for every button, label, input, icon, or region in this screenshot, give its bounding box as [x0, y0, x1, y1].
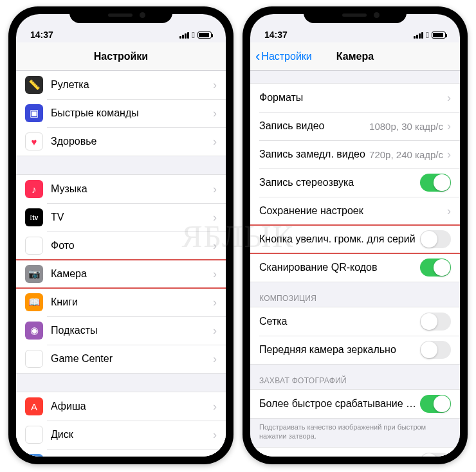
- toggle-switch[interactable]: [420, 230, 451, 248]
- app-icon: А: [25, 397, 43, 415]
- chevron-right-icon: ›: [213, 457, 217, 457]
- nav-title: Камера: [336, 51, 374, 62]
- row-label: Сканирование QR-кодов: [259, 262, 420, 273]
- chevron-right-icon: ›: [213, 428, 217, 442]
- status-time: 14:37: [30, 30, 53, 40]
- toggle-switch[interactable]: [420, 395, 451, 413]
- toggle-switch[interactable]: [420, 341, 451, 359]
- app-icon: ✿: [25, 237, 43, 255]
- row-label: Подкасты: [51, 325, 209, 336]
- settings-row[interactable]: Запись стереозвука: [250, 168, 460, 197]
- toggle-switch[interactable]: [420, 259, 451, 277]
- status-time: 14:37: [264, 30, 288, 40]
- settings-row[interactable]: ◐Диск›: [16, 421, 226, 449]
- toggle-switch[interactable]: [420, 313, 451, 331]
- settings-row[interactable]: ААфиша›: [16, 392, 226, 421]
- row-label: Быстрые команды: [51, 107, 209, 119]
- row-label: Смарт-HDR: [259, 456, 420, 457]
- phone-left: 14:37 􀙇 Настройки 📏Рулетка›▣Быстрые кома…: [8, 6, 233, 464]
- app-icon: ▣: [25, 104, 43, 122]
- row-label: Game Center: [51, 353, 209, 365]
- settings-row[interactable]: Более быстрое срабатывание затвора: [250, 390, 460, 418]
- chevron-right-icon: ›: [213, 268, 217, 281]
- settings-row[interactable]: ◉Подкасты›: [16, 316, 226, 345]
- row-label: Книги: [51, 296, 209, 308]
- row-label: Камера: [51, 268, 209, 280]
- battery-icon: [432, 32, 446, 39]
- chevron-right-icon: ›: [213, 183, 217, 196]
- app-icon: ♪: [25, 180, 43, 198]
- app-icon: ◐: [25, 426, 43, 444]
- row-label: Сетка: [259, 316, 420, 327]
- row-detail: 1080p, 30 кадр/с: [369, 121, 443, 132]
- back-label: Настройки: [261, 51, 311, 62]
- phone-right: 14:37 􀙇 ‹ Настройки Камера Форматы›Запис…: [243, 6, 468, 464]
- settings-list[interactable]: 📏Рулетка›▣Быстрые команды›♥Здоровье› ♪Му…: [16, 71, 226, 457]
- settings-row[interactable]: ▣Быстрые команды›: [16, 99, 226, 127]
- row-label: Запись стереозвука: [259, 177, 420, 188]
- app-icon: 📖: [25, 293, 43, 311]
- row-label: Запись замедл. видео: [259, 149, 369, 160]
- app-icon: 📏: [25, 76, 43, 94]
- settings-row[interactable]: ♪Музыка›: [16, 175, 226, 203]
- settings-row[interactable]: Форматы›: [250, 84, 460, 112]
- settings-row[interactable]: 􀎲tvTV›: [16, 203, 226, 231]
- chevron-right-icon: ›: [213, 400, 217, 413]
- settings-row[interactable]: Запись видео1080p, 30 кадр/с›: [250, 112, 460, 140]
- section-header-capture: Захват фотографий: [250, 364, 460, 390]
- chevron-right-icon: ›: [447, 120, 451, 133]
- navbar: ‹ Настройки Камера: [250, 42, 460, 71]
- row-detail: 720p, 240 кадр/с: [369, 149, 443, 160]
- wifi-icon: 􀙇: [192, 30, 195, 40]
- chevron-right-icon: ›: [447, 148, 451, 161]
- settings-row[interactable]: 📖Книги›: [16, 288, 226, 316]
- app-icon: 📷: [25, 265, 43, 283]
- settings-row[interactable]: Запись замедл. видео720p, 240 кадр/с›: [250, 140, 460, 168]
- camera-settings-list[interactable]: Форматы›Запись видео1080p, 30 кадр/с›Зап…: [250, 71, 460, 457]
- chevron-right-icon: ›: [213, 239, 217, 253]
- notch: [69, 6, 172, 23]
- toggle-switch[interactable]: [420, 174, 451, 192]
- row-label: Афиша: [51, 401, 209, 412]
- row-label: Рулетка: [51, 79, 209, 91]
- row-label: TV: [51, 212, 209, 223]
- chevron-right-icon: ›: [213, 135, 217, 149]
- app-icon: 􀎲tv: [25, 208, 43, 226]
- settings-row[interactable]: ЗЗнание - сила›: [16, 449, 226, 457]
- chevron-right-icon: ›: [213, 352, 217, 366]
- row-label: Здоровье: [51, 136, 209, 147]
- signal-icon: [179, 32, 189, 39]
- settings-row[interactable]: Сохранение настроек›: [250, 197, 460, 225]
- row-label: Сохранение настроек: [259, 205, 443, 217]
- chevron-right-icon: ›: [213, 107, 217, 120]
- row-label: Диск: [51, 429, 209, 440]
- settings-row[interactable]: Смарт-HDR: [250, 448, 460, 457]
- app-icon: ✦: [25, 350, 43, 368]
- settings-row[interactable]: 📷Камера›: [16, 260, 226, 288]
- settings-row[interactable]: Кнопка увелич. громк. для серий: [250, 225, 460, 253]
- settings-row[interactable]: Сканирование QR-кодов: [250, 253, 460, 282]
- row-label: Более быстрое срабатывание затвора: [259, 398, 420, 410]
- row-label: Фото: [51, 240, 209, 251]
- toggle-switch[interactable]: [420, 453, 451, 457]
- signal-icon: [414, 32, 423, 39]
- nav-title: Настройки: [94, 51, 148, 62]
- back-button[interactable]: ‹ Настройки: [255, 48, 312, 65]
- settings-row[interactable]: ✿Фото›: [16, 231, 226, 260]
- battery-icon: [197, 32, 212, 39]
- settings-row[interactable]: Передняя камера зеркально: [250, 336, 460, 364]
- settings-row[interactable]: ✦Game Center›: [16, 345, 226, 373]
- chevron-right-icon: ›: [447, 91, 451, 105]
- app-icon: ◉: [25, 322, 43, 340]
- notch: [304, 6, 407, 23]
- row-label: Кнопка увелич. громк. для серий: [259, 233, 420, 245]
- row-label: Передняя камера зеркально: [259, 344, 420, 356]
- section-header-composition: Композиция: [250, 282, 460, 307]
- wifi-icon: 􀙇: [426, 30, 429, 40]
- settings-row[interactable]: 📏Рулетка›: [16, 71, 226, 99]
- settings-row[interactable]: Сетка: [250, 307, 460, 336]
- chevron-right-icon: ›: [213, 78, 217, 92]
- navbar: Настройки: [16, 42, 226, 71]
- settings-row[interactable]: ♥Здоровье›: [16, 127, 226, 156]
- row-label: Запись видео: [259, 120, 369, 132]
